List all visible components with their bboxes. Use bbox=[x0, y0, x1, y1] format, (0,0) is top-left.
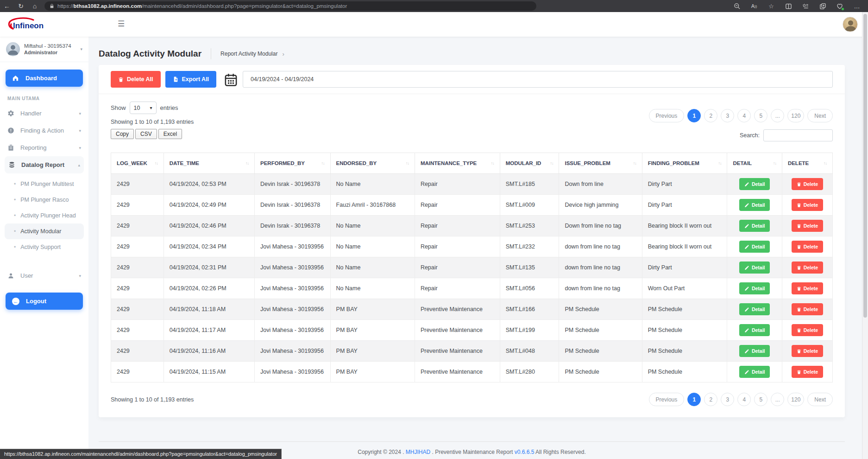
copy-button[interactable]: Copy bbox=[111, 129, 134, 139]
detail-button[interactable]: Detail bbox=[739, 199, 770, 211]
pagination-next[interactable]: Next bbox=[807, 393, 833, 406]
footer-link-author[interactable]: MHJIHAD bbox=[406, 449, 430, 455]
delete-button[interactable]: Delete bbox=[792, 199, 824, 211]
column-header-delete[interactable]: DELETE↑↓ bbox=[782, 153, 832, 174]
collections-icon[interactable] bbox=[819, 2, 826, 10]
pagination-page-4[interactable]: 4 bbox=[737, 109, 751, 122]
delete-button[interactable]: Delete bbox=[792, 366, 824, 378]
home-icon[interactable]: ⌂ bbox=[28, 0, 42, 12]
date-range-input[interactable] bbox=[243, 71, 833, 88]
detail-button[interactable]: Detail bbox=[739, 345, 770, 357]
detail-button[interactable]: Detail bbox=[739, 261, 770, 274]
column-header-detail[interactable]: DETAIL↑↓ bbox=[727, 153, 782, 174]
chevron-down-icon: ▾ bbox=[80, 47, 82, 51]
pagination-page-3[interactable]: 3 bbox=[721, 393, 734, 406]
favorites-bar-icon[interactable] bbox=[802, 2, 809, 10]
edit-icon bbox=[744, 328, 749, 333]
pagination-previous[interactable]: Previous bbox=[649, 393, 685, 406]
user-avatar[interactable] bbox=[843, 17, 858, 32]
pagination-ellipsis[interactable]: ... bbox=[771, 393, 784, 406]
pagination-page-1[interactable]: 1 bbox=[687, 393, 701, 406]
browser-essentials-icon[interactable] bbox=[836, 2, 843, 10]
pagination-page-2[interactable]: 2 bbox=[704, 109, 717, 122]
sidebar-item-pm-plunger-multitest[interactable]: •PM Plunger Multitest bbox=[0, 176, 88, 192]
search-input[interactable] bbox=[763, 129, 833, 141]
favorite-star-icon[interactable]: ☆ bbox=[767, 2, 775, 10]
detail-button[interactable]: Detail bbox=[739, 178, 770, 190]
pagination-ellipsis[interactable]: ... bbox=[771, 109, 784, 122]
sidebar-item-reporting[interactable]: Reporting ▾ bbox=[0, 139, 88, 156]
table-cell: Dirty Part bbox=[642, 174, 727, 195]
logout-button[interactable]: ← Logout bbox=[6, 293, 83, 310]
sidebar-item-activity-support[interactable]: •Activity Support bbox=[0, 239, 88, 255]
pagination-page-120[interactable]: 120 bbox=[787, 109, 804, 122]
column-header-endorsed_by[interactable]: ENDORSED_BY↑↓ bbox=[330, 153, 415, 174]
pagination-page-120[interactable]: 120 bbox=[787, 393, 804, 406]
read-aloud-icon[interactable]: A)) bbox=[750, 2, 758, 10]
sidebar-item-dashboard[interactable]: Dashboard bbox=[6, 70, 83, 87]
more-options-icon[interactable]: … bbox=[853, 2, 861, 10]
delete-button[interactable]: Delete bbox=[792, 303, 824, 315]
breadcrumb[interactable]: Report Activity Modular › bbox=[220, 51, 284, 57]
sidebar-item-handler[interactable]: Handler ▾ bbox=[0, 105, 88, 122]
detail-button[interactable]: Detail bbox=[739, 366, 770, 378]
detail-button[interactable]: Detail bbox=[739, 324, 770, 336]
excel-button[interactable]: Excel bbox=[158, 129, 182, 139]
table-cell: 04/19/2024, 02:49 PM bbox=[164, 195, 254, 216]
column-header-modular_id[interactable]: MODULAR_ID↑↓ bbox=[500, 153, 559, 174]
csv-button[interactable]: CSV bbox=[135, 129, 157, 139]
delete-button[interactable]: Delete bbox=[792, 345, 824, 357]
delete-button[interactable]: Delete bbox=[792, 261, 824, 274]
sidebar-item-datalog-report[interactable]: Datalog Report ▴ bbox=[5, 156, 84, 173]
delete-button[interactable]: Delete bbox=[792, 220, 824, 232]
delete-all-button[interactable]: Delete All bbox=[111, 71, 161, 88]
infineon-logo[interactable]: Infineon bbox=[6, 16, 58, 35]
page-scrollbar[interactable] bbox=[862, 12, 868, 459]
address-bar[interactable]: https://bthsa1082.ap.infineon.com/mainte… bbox=[44, 1, 536, 11]
table-cell: PM Schedule bbox=[559, 341, 642, 362]
detail-button[interactable]: Detail bbox=[739, 282, 770, 294]
column-header-finding_problem[interactable]: FINDING_PROBLEM↑↓ bbox=[642, 153, 727, 174]
delete-button[interactable]: Delete bbox=[792, 324, 824, 336]
table-cell: 2429 bbox=[111, 341, 164, 362]
column-header-log_week[interactable]: LOG_WEEK↑↓ bbox=[111, 153, 164, 174]
delete-button[interactable]: Delete bbox=[792, 178, 824, 190]
menu-toggle-icon[interactable]: ☰ bbox=[118, 19, 125, 29]
footer-link-version[interactable]: v0.6.6.5 bbox=[515, 449, 535, 455]
pagination-page-4[interactable]: 4 bbox=[737, 393, 751, 406]
pagination-next[interactable]: Next bbox=[807, 109, 833, 122]
pagination-page-5[interactable]: 5 bbox=[754, 109, 767, 122]
table-cell-delete: Delete bbox=[782, 257, 832, 278]
scrollbar-thumb[interactable] bbox=[863, 14, 867, 318]
column-header-issue_problem[interactable]: ISSUE_PROBLEM↑↓ bbox=[559, 153, 642, 174]
column-header-performed_by[interactable]: PERFORMED_BY↑↓ bbox=[255, 153, 331, 174]
pagination-page-3[interactable]: 3 bbox=[721, 109, 734, 122]
detail-button[interactable]: Detail bbox=[739, 241, 770, 253]
export-all-button[interactable]: Export All bbox=[165, 71, 217, 88]
zoom-out-icon[interactable] bbox=[733, 2, 741, 10]
split-screen-icon[interactable] bbox=[785, 2, 792, 10]
sidebar-item-pm-plunger-rasco[interactable]: •PM Plunger Rasco bbox=[0, 192, 88, 208]
pagination-page-1[interactable]: 1 bbox=[687, 109, 701, 122]
column-header-date_time[interactable]: DATE_TIME↑↓ bbox=[164, 153, 254, 174]
pagination-page-5[interactable]: 5 bbox=[754, 393, 767, 406]
sidebar-user-panel[interactable]: Miftahul - 30195374 Administrator ▾ bbox=[0, 37, 88, 62]
sidebar-item-finding-action[interactable]: Finding & Action ▾ bbox=[0, 122, 88, 139]
column-header-maintenance_type[interactable]: MAINTENANCE_TYPE↑↓ bbox=[415, 153, 500, 174]
sidebar-item-activity-plunger-head[interactable]: •Activity Plunger Head bbox=[0, 208, 88, 223]
detail-button[interactable]: Detail bbox=[739, 220, 770, 232]
detail-button[interactable]: Detail bbox=[739, 303, 770, 315]
pagination-page-2[interactable]: 2 bbox=[704, 393, 717, 406]
refresh-icon[interactable]: ↻ bbox=[14, 0, 28, 12]
table-cell: PM Schedule bbox=[559, 362, 642, 382]
page-size-select[interactable]: 10 ▾ bbox=[130, 102, 157, 114]
back-icon[interactable]: ← bbox=[0, 0, 14, 12]
sidebar-item-activity-modular[interactable]: •Activity Modular bbox=[5, 223, 84, 239]
bullet-icon: • bbox=[14, 212, 16, 219]
table-cell-detail: Detail bbox=[727, 362, 782, 382]
delete-button[interactable]: Delete bbox=[792, 282, 824, 294]
sidebar-item-user[interactable]: User ▾ bbox=[0, 267, 88, 284]
database-icon bbox=[8, 161, 15, 168]
pagination-previous[interactable]: Previous bbox=[649, 109, 685, 122]
delete-button[interactable]: Delete bbox=[792, 241, 824, 253]
